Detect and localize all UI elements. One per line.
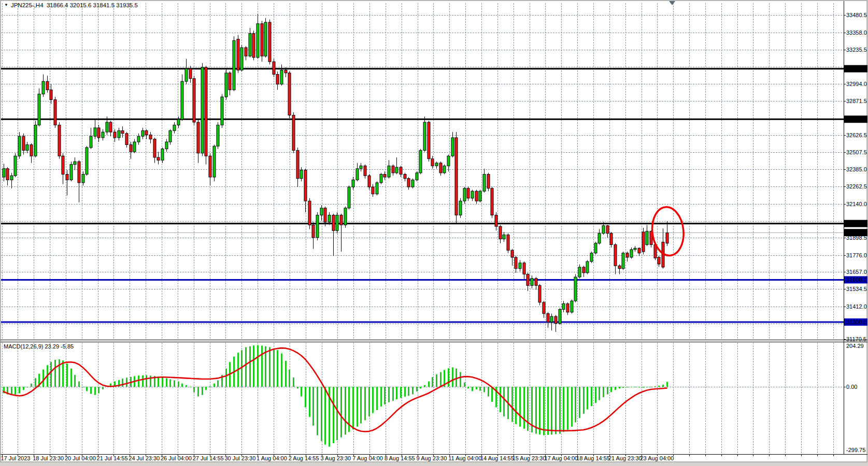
macd-histogram-bar [392,387,394,401]
candle-bull [531,279,533,286]
time-tick-label: 9 Aug 23:30 [417,455,447,461]
macd-histogram-bar [627,387,628,387]
macd-histogram-bar [336,387,338,440]
macd-histogram-bar [555,387,557,434]
chart-canvas[interactable]: 33480.533358.033235.532994.032871.532626… [0,0,868,466]
macd-histogram-bar [324,387,326,444]
candle-bull [137,136,140,142]
candle-bull [70,165,73,180]
macd-histogram-bar [26,387,28,387]
candle-bear [276,75,279,84]
macd-histogram-bar [412,387,414,395]
candle-bear [304,170,307,201]
macd-histogram-bar [11,387,12,395]
candle-bull [177,120,180,125]
macd-histogram-bar [416,387,418,391]
symbol-ohlc-header[interactable]: ▼ JPN225-,H4 31866.4 32015.6 31841.5 319… [4,2,138,8]
macd-histogram-bar [126,378,127,387]
macd-histogram-bar [587,387,588,410]
candle-bear [22,136,25,150]
candle-bull [173,125,176,130]
candle-bear [368,176,371,187]
candle-bear [58,125,61,156]
candle-bear [407,179,410,187]
candle-bull [562,304,565,310]
macd-histogram-bar [186,385,187,387]
candle-bull [483,174,486,192]
candle-bear [638,248,641,253]
candle-bear [296,150,299,178]
candle-bull [185,69,188,81]
macd-histogram-bar [305,387,306,407]
macd-histogram-bar [432,377,433,387]
macd-histogram-bar [245,347,247,387]
price-tick-label: 32626.5 [846,132,867,138]
candle-bear [535,279,537,286]
price-tick-label: 33480.5 [846,12,867,18]
macd-histogram-bar [583,387,585,414]
macd-histogram-bar [281,354,282,387]
macd-histogram-bar [285,361,287,387]
macd-indicator-label[interactable]: MACD(12,26,9) 23.29 -5.85 [4,343,74,350]
macd-histogram-bar [658,386,660,387]
macd-histogram-bar [78,382,80,387]
time-tick-label: 26 Jul 04:00 [161,455,192,461]
candle-bear [515,257,517,269]
candle-bear [284,70,287,72]
macd-histogram-bar [102,387,104,389]
macd-histogram-bar [551,387,552,434]
macd-histogram-bar [615,387,616,390]
candle-bear [113,132,116,138]
candle-bull [42,81,45,94]
chart-dropdown-icon[interactable]: ▼ [4,3,8,7]
macd-histogram-bar [138,375,139,387]
macd-histogram-bar [571,387,573,427]
candle-bull [416,173,418,180]
candle-bear [340,215,343,225]
macd-histogram-bar [567,387,568,430]
macd-histogram-bar [23,387,24,390]
macd-histogram-bar [150,375,151,387]
time-tick-label: 8 Aug 14:55 [385,455,415,461]
candle-bear [288,73,291,115]
price-tick-label: 31657.0 [846,269,867,275]
candle-bear [527,274,529,286]
macd-histogram-bar [146,375,147,387]
candle-bear [499,226,502,239]
macd-histogram-bar [297,387,298,388]
macd-histogram-bar [599,387,600,400]
macd-histogram-bar [345,387,346,434]
candle-bear [618,266,621,268]
candle-bull [574,277,577,301]
candle-bear [547,314,549,322]
candle-bear [62,156,64,174]
macd-histogram-bar [476,387,477,389]
macd-histogram-bar [500,387,501,412]
macd-histogram-bar [209,386,211,387]
macd-axis-label: 0.00 [846,384,857,390]
macd-histogram-bar [662,385,664,387]
macd-histogram-bar [591,387,592,406]
macd-histogram-bar [217,381,219,387]
candle-bear [566,304,569,312]
price-tick-label: 32262.5 [846,183,867,190]
macd-histogram-bar [424,385,425,387]
candle-bull [352,180,354,187]
macd-histogram-bar [491,387,493,402]
candle-bear [324,208,326,222]
candle-bull [423,122,426,150]
macd-histogram-bar [357,387,358,427]
level-price-label: 33100.0 [846,66,867,72]
candle-bull [233,40,235,90]
candle-bull [328,215,331,222]
candle-bull [94,128,96,136]
candle-bear [193,79,195,122]
macd-histogram-bar [202,387,203,395]
macd-histogram-bar [289,370,290,387]
candle-bull [471,191,474,198]
candle-bull [264,22,267,56]
time-tick-label: 17 Jul 2023 [1,455,31,461]
candle-bear [392,166,394,173]
macd-histogram-bar [166,378,167,387]
macd-histogram-bar [634,387,636,387]
